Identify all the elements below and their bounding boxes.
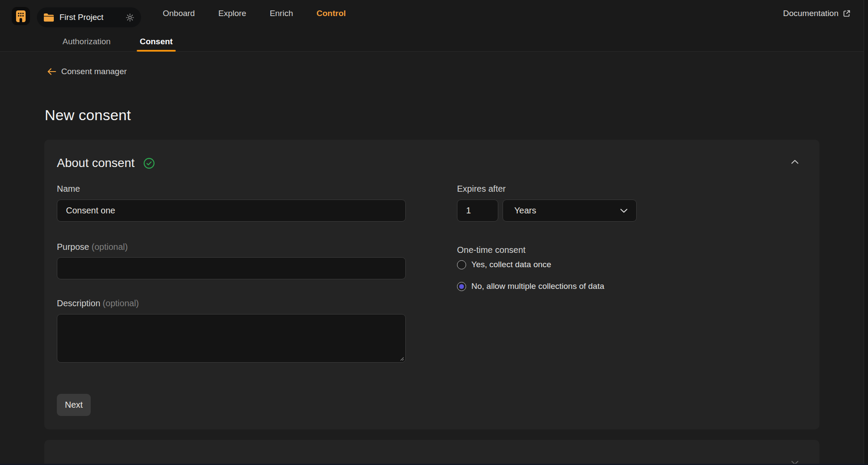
tabs: Authorization Consent <box>59 27 176 51</box>
radio-icon-selected <box>457 282 466 291</box>
tab-authorization[interactable]: Authorization <box>59 27 114 51</box>
about-consent-card: About consent Name Purpose (optional) <box>44 140 819 429</box>
name-label: Name <box>57 184 80 194</box>
radio-option-yes[interactable]: Yes, collect data once <box>457 260 551 269</box>
chevron-up-icon <box>791 160 799 164</box>
app-logo-button[interactable] <box>12 7 30 25</box>
top-navbar: First Project Onboard Explore Enrich Con… <box>0 0 868 52</box>
nav-item-enrich[interactable]: Enrich <box>270 9 293 18</box>
radio-option-yes-label: Yes, collect data once <box>471 260 551 269</box>
sub-tab-bar: Authorization Consent <box>0 27 868 51</box>
description-field-wrapper <box>57 314 406 363</box>
primary-nav: Onboard Explore Enrich Control <box>163 0 346 27</box>
back-arrow-icon <box>47 68 56 75</box>
next-button[interactable]: Next <box>57 394 91 416</box>
nav-item-control[interactable]: Control <box>316 9 346 18</box>
documentation-label: Documentation <box>783 9 838 18</box>
gear-icon[interactable] <box>125 13 135 22</box>
back-link-consent-manager[interactable]: Consent manager <box>47 66 127 77</box>
one-time-consent-label: One-time consent <box>457 245 526 255</box>
chevron-down-icon <box>620 209 628 213</box>
collapse-card-button[interactable] <box>788 156 801 167</box>
project-switcher[interactable]: First Project <box>37 7 141 27</box>
back-link-label: Consent manager <box>61 67 127 76</box>
folder-icon <box>43 13 54 22</box>
radio-icon-unselected <box>457 260 466 269</box>
nav-item-explore[interactable]: Explore <box>218 9 246 18</box>
description-optional-hint: (optional) <box>103 298 139 308</box>
expires-amount-input[interactable] <box>457 200 498 222</box>
name-input[interactable] <box>57 200 406 222</box>
purpose-label: Purpose (optional) <box>57 242 128 252</box>
page-title: New consent <box>45 107 131 124</box>
nav-item-onboard[interactable]: Onboard <box>163 9 195 18</box>
description-input[interactable] <box>57 314 406 363</box>
building-icon <box>16 10 26 22</box>
navbar-row: First Project Onboard Explore Enrich Con… <box>0 0 868 27</box>
scrollbar[interactable] <box>864 0 868 465</box>
purpose-optional-hint: (optional) <box>92 242 128 252</box>
purpose-input[interactable] <box>57 257 406 279</box>
check-circle-icon <box>143 157 155 169</box>
card-title: About consent <box>57 156 135 170</box>
description-label: Description (optional) <box>57 298 139 308</box>
expires-unit-select[interactable]: Years <box>503 200 637 222</box>
project-name: First Project <box>59 13 103 22</box>
expires-after-label: Expires after <box>457 184 506 194</box>
external-link-icon <box>843 10 851 17</box>
next-section-card <box>44 440 819 465</box>
card-header: About consent <box>57 156 155 170</box>
radio-option-no[interactable]: No, allow multiple collections of data <box>457 282 604 291</box>
resize-handle-icon[interactable] <box>399 356 404 361</box>
radio-option-no-label: No, allow multiple collections of data <box>471 282 604 291</box>
expires-unit-value: Years <box>514 206 536 216</box>
tab-consent[interactable]: Consent <box>137 27 176 51</box>
documentation-link[interactable]: Documentation <box>783 0 851 27</box>
